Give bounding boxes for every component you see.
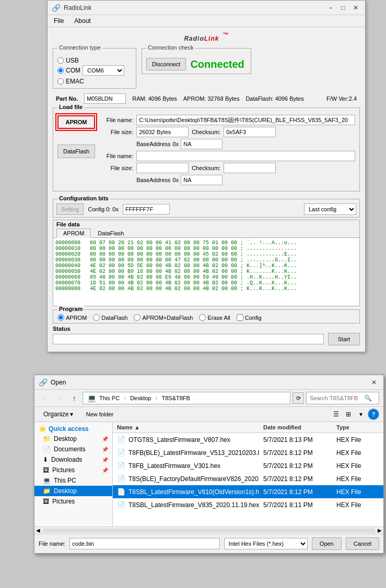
prog-aprom-df-option[interactable]: APROM+DataFlash (134, 314, 193, 321)
prog-dataflash-option[interactable]: DataFlash (93, 314, 127, 321)
file-icon: 📄 (117, 449, 125, 457)
col-header-type[interactable]: Type (332, 423, 383, 431)
file-row[interactable]: 📄 T8S(BLE)_FactoryDefaultFirmwareV826_20… (113, 472, 383, 485)
view-list-button[interactable]: ☰ (330, 409, 342, 420)
connection-check-label: Connection check (146, 44, 195, 51)
file-row[interactable]: 📄 T8SBL_LatestFirmware_V835_2020.11.19.h… (113, 498, 383, 511)
star-icon: ⭐ (39, 425, 46, 433)
open-button[interactable]: Open (312, 537, 342, 550)
new-folder-button[interactable]: New folder (82, 409, 118, 420)
config-bits-label: Configuration bits (57, 195, 110, 201)
file-rows-container: 📄 OTGT8S_LatestFirmware_V807.hex 5/7/202… (113, 433, 383, 511)
breadcrumb-folder[interactable]: T8S&T8FB (161, 395, 190, 401)
file-fields: File name: File size: Checksum: BaseAddr… (99, 113, 355, 187)
quick-access-label: ⭐ Quick access (34, 422, 112, 434)
maximize-button[interactable]: □ (338, 4, 348, 12)
part-no-value[interactable] (84, 93, 126, 104)
prog-aprom-df-radio[interactable] (134, 314, 141, 321)
filetype-select[interactable]: Intel Hex Files (*.hex) (224, 538, 308, 549)
df-filename-label: File name: (99, 153, 133, 159)
dialog-title-bar: 🔗 Open ✕ (34, 375, 383, 390)
sidebar-item-desktop-active[interactable]: 📁 Desktop (34, 486, 112, 496)
tab-dataflash[interactable]: DataFlash (91, 229, 131, 238)
sidebar-item-pictures2[interactable]: 🖼 Pictures (34, 496, 112, 507)
prog-aprom-radio[interactable] (57, 314, 64, 321)
help-button[interactable]: ? (368, 409, 379, 420)
breadcrumb-desktop[interactable]: Desktop (130, 395, 151, 401)
load-buttons: APROM DataFlash (57, 113, 95, 187)
sidebar-item-documents[interactable]: 📄 Documents 📌 (34, 444, 112, 454)
menu-about[interactable]: About (72, 16, 92, 26)
prog-aprom-option[interactable]: APROM (57, 314, 87, 321)
dataflash-load-button[interactable]: DataFlash (57, 145, 95, 158)
aprom-base-input[interactable] (181, 139, 223, 149)
df-checksum-label: Checksum: (192, 165, 220, 171)
df-base-input[interactable] (181, 175, 223, 185)
aprom-filename-input[interactable] (136, 115, 355, 125)
aprom-base-label: BaseAddress (136, 141, 170, 147)
start-button[interactable]: Start (328, 333, 360, 345)
menu-file[interactable]: File (52, 16, 66, 26)
col-header-date[interactable]: Date modified (259, 423, 332, 431)
file-row[interactable]: 📄 T8FB(BLE)_LatestFirmware_V513_20210203… (113, 446, 383, 459)
scroll-right-button[interactable]: ▶ (376, 527, 383, 534)
file-row[interactable]: 📄 T8SBL_LatestFirmware_V810(OldVersion1s… (113, 485, 383, 498)
tab-aprom[interactable]: APROM (56, 229, 91, 238)
sidebar-documents-label: Documents (54, 446, 86, 453)
sidebar-item-downloads[interactable]: ⬇ Downloads 📌 (34, 454, 112, 465)
pictures-icon: 🖼 (43, 466, 49, 474)
refresh-button[interactable]: ⟳ (293, 392, 304, 404)
forward-button[interactable]: → (53, 392, 66, 404)
file-row[interactable]: 📄 T8FB_LatestFirmware_V301.hex 5/7/2021 … (113, 459, 383, 472)
connection-row: Connection type USB COM COM6 EMAC (53, 48, 360, 89)
prog-config-checkbox[interactable] (237, 314, 243, 321)
setting-button[interactable]: Setting (56, 203, 84, 215)
df-checksum-input[interactable] (224, 163, 276, 173)
filename-input[interactable] (69, 538, 219, 549)
view-controls: ☰ ⊞ ▾ ? (330, 409, 379, 420)
scroll-track (43, 529, 375, 533)
last-config-select[interactable]: Last config (304, 203, 356, 215)
minimize-button[interactable]: − (325, 4, 336, 12)
prog-erase-option[interactable]: Erase All (199, 314, 230, 321)
back-button[interactable]: ← (39, 392, 51, 404)
aprom-checksum-input[interactable] (224, 127, 276, 137)
sidebar-item-desktop[interactable]: 📁 Desktop 📌 (34, 434, 112, 444)
up-button[interactable]: ↑ (68, 392, 80, 404)
com-radio[interactable] (57, 67, 64, 74)
file-cell-date: 5/7/2021 8:11 PM (259, 500, 332, 510)
title-bar-title: RadioLink (64, 4, 91, 11)
dialog-close-button[interactable]: ✕ (369, 378, 379, 387)
emac-radio[interactable] (57, 78, 64, 85)
folder-icon-thispc: 💻 (87, 394, 96, 402)
com-select[interactable]: COM6 (83, 65, 124, 76)
sidebar-item-pictures[interactable]: 🖼 Pictures 📌 (34, 465, 112, 475)
view-grid-button[interactable]: ⊞ (343, 409, 354, 420)
scroll-left-button[interactable]: ◀ (34, 527, 42, 534)
usb-radio[interactable] (57, 57, 64, 64)
search-input[interactable] (310, 395, 362, 401)
main-content: Connection type USB COM COM6 EMAC (48, 46, 365, 352)
file-data-tabs: APROM DataFlash (53, 229, 359, 238)
view-dropdown-button[interactable]: ▾ (355, 409, 367, 420)
disconnect-button[interactable]: Disconnect (146, 58, 186, 70)
prog-dataflash-radio[interactable] (93, 314, 100, 321)
connection-type-label: Connection type (57, 44, 102, 51)
df-filesize-input[interactable] (136, 163, 189, 173)
sidebar-item-thispc[interactable]: 💻 This PC (34, 475, 112, 486)
col-header-name[interactable]: Name ▲ (113, 423, 259, 431)
prog-erase-radio[interactable] (199, 314, 206, 321)
aprom-filesize-input[interactable] (136, 127, 189, 137)
prog-config-option[interactable]: Config (237, 314, 262, 321)
config-value-label: Config 0: 0x (88, 206, 119, 212)
file-row[interactable]: 📄 OTGT8S_LatestFirmware_V807.hex 5/7/202… (113, 433, 383, 446)
close-button[interactable]: ✕ (350, 4, 361, 12)
organize-button[interactable]: Organize ▾ (39, 409, 78, 420)
cancel-button[interactable]: Cancel (346, 537, 379, 550)
breadcrumb-thispc[interactable]: This PC (99, 395, 120, 401)
config-value-input[interactable] (123, 204, 170, 214)
documents-icon: 📄 (43, 446, 51, 453)
df-filename-input[interactable] (136, 151, 355, 161)
aprom-load-button[interactable]: APROM (57, 115, 95, 129)
load-file-section: Load file APROM DataFlash File name: Fil… (53, 107, 360, 191)
